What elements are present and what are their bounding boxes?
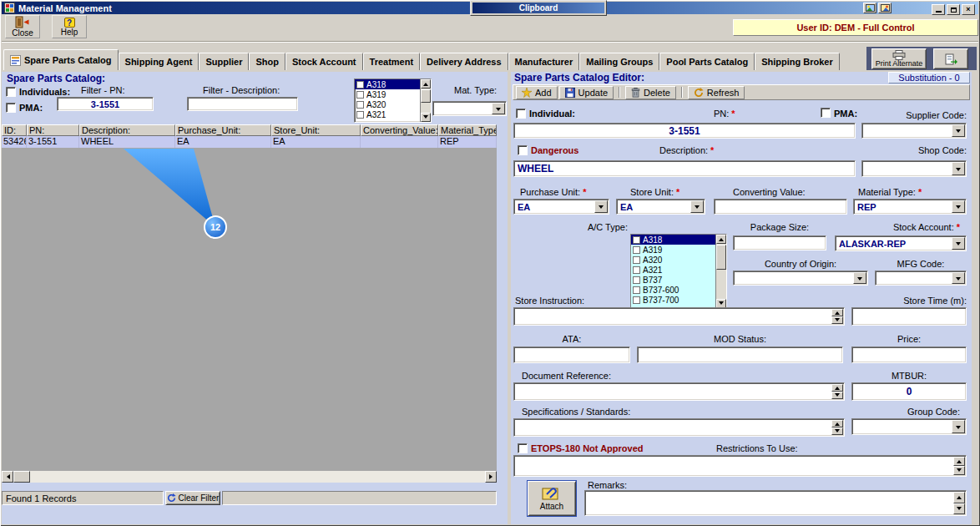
- restore-button-icon[interactable]: [947, 4, 960, 15]
- close-button[interactable]: Close: [5, 15, 40, 38]
- dropdown-arrow-icon[interactable]: [952, 124, 965, 137]
- spinner-down-icon[interactable]: [953, 503, 965, 515]
- dropdown-arrow-icon[interactable]: [690, 200, 704, 213]
- checkbox[interactable]: [633, 286, 640, 294]
- individuals-checkbox[interactable]: [6, 87, 16, 97]
- listbox-scrollbar[interactable]: [715, 235, 726, 308]
- update-button[interactable]: Update: [559, 86, 614, 99]
- tab-manufacturer[interactable]: Manufacturer: [508, 53, 580, 70]
- spinner-up-icon[interactable]: [831, 384, 843, 392]
- checkbox[interactable]: [356, 101, 364, 109]
- dropdown-arrow-icon[interactable]: [952, 162, 965, 175]
- specifications-input[interactable]: [513, 418, 845, 437]
- results-grid-empty-area[interactable]: [2, 148, 497, 471]
- editor-ac-item-b737-700[interactable]: B737-700: [631, 295, 715, 305]
- column-header-materialtype[interactable]: Material_Type:: [438, 124, 497, 136]
- editor-ac-item-a321[interactable]: A321: [631, 265, 715, 275]
- tab-pool-parts-catalog[interactable]: Pool Parts Catalog: [659, 53, 755, 70]
- editor-ac-item-a318[interactable]: A318: [631, 235, 715, 245]
- scroll-up-icon[interactable]: [421, 79, 431, 89]
- description-input[interactable]: WHEEL: [513, 160, 856, 177]
- restrictions-input[interactable]: [513, 455, 967, 477]
- checkbox[interactable]: [633, 266, 640, 274]
- scroll-right-icon[interactable]: [485, 471, 497, 483]
- column-header-pn[interactable]: PN:: [27, 124, 79, 136]
- filter-pn-input[interactable]: 3-1551: [57, 97, 154, 111]
- help-button[interactable]: ? Help: [52, 15, 87, 38]
- checkbox[interactable]: [356, 91, 364, 99]
- dropdown-arrow-icon[interactable]: [952, 420, 965, 433]
- ata-input[interactable]: [513, 346, 630, 363]
- tab-supplier[interactable]: Supplier: [199, 53, 249, 70]
- dropdown-arrow-icon[interactable]: [492, 103, 505, 114]
- stock-account-select[interactable]: ALASKAR-REP: [835, 235, 967, 251]
- editor-ac-item-a319[interactable]: A319: [631, 245, 715, 255]
- delete-button[interactable]: Delete: [625, 86, 676, 99]
- converting-value-input[interactable]: [714, 199, 847, 215]
- tab-shipping-agent[interactable]: Shipping Agent: [119, 53, 200, 70]
- titlebar-picture-button-2[interactable]: [878, 3, 892, 13]
- group-code-select[interactable]: [851, 418, 967, 435]
- pn-input[interactable]: 3-1551: [513, 123, 856, 139]
- column-header-description[interactable]: Description:: [79, 124, 175, 136]
- scroll-thumb[interactable]: [13, 471, 30, 483]
- tab-treatment[interactable]: Treatment: [363, 53, 421, 70]
- checkbox[interactable]: [633, 296, 640, 304]
- titlebar-picture-button-1[interactable]: [863, 3, 876, 13]
- tab-shop[interactable]: Shop: [249, 53, 285, 70]
- purchase-unit-select[interactable]: EA: [513, 199, 609, 215]
- pma-filter-checkbox[interactable]: [6, 103, 16, 113]
- spinner-up-icon[interactable]: [831, 309, 843, 316]
- horizontal-scrollbar[interactable]: [2, 471, 497, 483]
- checkbox[interactable]: [356, 111, 364, 119]
- checkbox[interactable]: [633, 236, 640, 244]
- dropdown-arrow-icon[interactable]: [594, 200, 608, 213]
- clipboard-window[interactable]: Clipboard: [470, 0, 607, 16]
- refresh-button[interactable]: Refresh: [688, 86, 745, 99]
- store-time-input[interactable]: [851, 307, 967, 326]
- filter-description-input[interactable]: [187, 97, 298, 111]
- filter-ac-item-a321[interactable]: A321: [355, 109, 420, 119]
- shop-code-select[interactable]: [861, 160, 967, 177]
- column-header-convertingvalue[interactable]: Converting_Value:: [361, 124, 438, 136]
- table-row[interactable]: 534263-1551WHEELEAEAREP: [2, 136, 497, 148]
- column-header-storeunit[interactable]: Store_Unit:: [271, 124, 361, 136]
- dangerous-checkbox[interactable]: [518, 145, 528, 155]
- filter-ac-item-a320[interactable]: A320: [355, 99, 420, 109]
- mat-type-select[interactable]: [432, 101, 507, 116]
- attach-button[interactable]: Attach: [528, 481, 576, 516]
- scroll-down-icon[interactable]: [421, 113, 431, 122]
- editor-ac-item-b737-600[interactable]: B737-600: [631, 285, 715, 295]
- tab-delivery-address[interactable]: Delivery Address: [420, 53, 508, 70]
- filter-ac-type-listbox[interactable]: A318A319A320A321: [354, 78, 432, 123]
- spinner-up-icon[interactable]: [953, 457, 965, 466]
- filter-ac-item-a319[interactable]: A319: [355, 89, 420, 99]
- spinner-down-icon[interactable]: [831, 316, 843, 324]
- dropdown-arrow-icon[interactable]: [952, 237, 965, 250]
- spinner-down-icon[interactable]: [831, 427, 843, 435]
- export-button[interactable]: [933, 48, 968, 69]
- store-instruction-input[interactable]: [513, 307, 845, 326]
- spinner-down-icon[interactable]: [953, 466, 965, 475]
- spinner-up-icon[interactable]: [831, 420, 843, 427]
- add-button[interactable]: Add: [516, 86, 558, 99]
- store-unit-select[interactable]: EA: [616, 199, 705, 215]
- supplier-code-select[interactable]: [861, 123, 967, 139]
- scroll-thumb[interactable]: [421, 89, 431, 103]
- clear-filter-button[interactable]: Clear Filter: [165, 491, 220, 505]
- dropdown-arrow-icon[interactable]: [952, 200, 965, 213]
- material-type-select[interactable]: REP: [853, 199, 967, 215]
- remarks-input[interactable]: [584, 490, 967, 516]
- listbox-scrollbar[interactable]: [420, 79, 431, 122]
- tab-spare-parts-catalog[interactable]: Spare Parts Catalog: [3, 49, 119, 70]
- minimize-button-icon[interactable]: [932, 4, 945, 15]
- scroll-thumb[interactable]: [716, 245, 726, 270]
- scroll-left-icon[interactable]: [2, 471, 13, 483]
- checkbox[interactable]: [633, 256, 640, 264]
- tab-shipping-broker[interactable]: Shipping Broker: [755, 53, 840, 70]
- dropdown-arrow-icon[interactable]: [853, 272, 866, 284]
- editor-ac-item-b737[interactable]: B737: [631, 275, 715, 285]
- editor-ac-type-listbox[interactable]: A318A319A320A321B737B737-600B737-700: [630, 234, 727, 309]
- dropdown-arrow-icon[interactable]: [952, 272, 965, 284]
- spinner-up-icon[interactable]: [953, 492, 965, 503]
